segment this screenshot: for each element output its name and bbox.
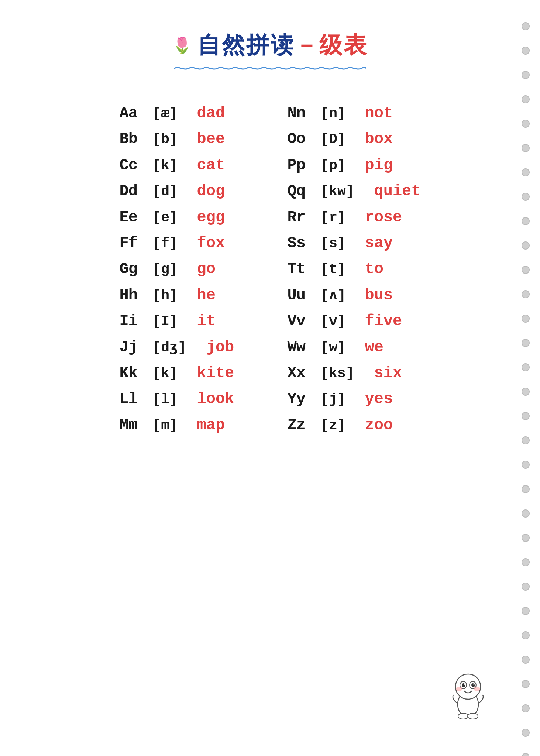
spiral-dot [522, 680, 530, 688]
spiral-dot [522, 71, 530, 79]
list-item: Zz [z] zoo [287, 412, 420, 438]
phonetic-ff: [f] [152, 235, 197, 252]
list-item: Jj [dʒ] job [119, 334, 250, 360]
spiral-dot [522, 47, 530, 55]
svg-point-9 [474, 687, 480, 691]
phonetic-oo: [D] [320, 131, 365, 148]
letter-ww: Ww [287, 338, 320, 357]
letter-tt: Tt [287, 260, 320, 278]
phonetic-jj: [dʒ] [152, 339, 206, 356]
letter-xx: Xx [287, 364, 320, 382]
phonetic-vv: [v] [320, 313, 365, 330]
letter-gg: Gg [119, 260, 152, 278]
letter-ff: Ff [119, 234, 152, 252]
phonetic-ll: [l] [152, 391, 197, 408]
list-item: Mm [m] map [119, 412, 250, 438]
phonetic-dd: [d] [152, 183, 197, 200]
spiral-dot [522, 168, 530, 176]
phonetic-nn: [n] [320, 105, 365, 122]
list-item: Vv [v] five [287, 308, 420, 334]
svg-point-11 [468, 713, 478, 719]
spiral-dot [522, 120, 530, 128]
letter-ss: Ss [287, 234, 320, 252]
letter-qq: Qq [287, 182, 320, 200]
list-item: Ff [f] fox [119, 230, 250, 256]
phonetic-pp: [p] [320, 157, 365, 174]
phonetic-mm: [m] [152, 417, 197, 434]
letter-nn: Nn [287, 104, 320, 123]
word-ii: it [197, 312, 241, 330]
word-nn: not [365, 104, 409, 123]
phonetic-rr: [r] [320, 209, 365, 226]
list-item: Xx [ks] six [287, 360, 420, 386]
word-yy: yes [365, 390, 409, 408]
phonetic-bb: [b] [152, 131, 197, 148]
spiral-dot [522, 315, 530, 323]
list-item: Ss [s] say [287, 230, 420, 256]
svg-point-7 [473, 683, 475, 685]
spiral-dot [522, 461, 530, 469]
list-item: Ii [I] it [119, 308, 250, 334]
right-column: Nn [n] not Oo [D] box Pp [p] pig Qq [kw]… [287, 100, 420, 438]
letter-ll: Ll [119, 390, 152, 408]
spiral-dot [522, 558, 530, 566]
letter-ee: Ee [119, 208, 152, 227]
spiral-dot [522, 412, 530, 420]
spiral-dot [522, 753, 530, 756]
list-item: Yy [j] yes [287, 386, 420, 412]
word-hh: he [197, 286, 241, 305]
list-item: Nn [n] not [287, 100, 420, 126]
phonetic-ww: [w] [320, 339, 365, 356]
letter-cc: Cc [119, 156, 152, 175]
list-item: Bb [b] bee [119, 126, 250, 152]
phonetic-zz: [z] [320, 417, 365, 434]
spiral-dot [522, 729, 530, 737]
spiral-dot [522, 95, 530, 103]
spiral-dot [522, 388, 530, 396]
mascot-svg [444, 660, 492, 719]
list-item: Pp [p] pig [287, 152, 420, 178]
phonetic-uu: [ʌ] [320, 287, 365, 304]
list-item: Ee [e] egg [119, 205, 250, 230]
spiral-dot [522, 509, 530, 518]
list-item: Tt [t] to [287, 256, 420, 282]
phonetic-tt: [t] [320, 261, 365, 278]
title-row: 🌷 自然拼读－级表 [172, 30, 368, 61]
phonetic-yy: [j] [320, 391, 365, 408]
spiral-dot [522, 193, 530, 201]
svg-point-4 [464, 683, 465, 685]
title-suffix: －级表 [295, 32, 368, 58]
list-item: Rr [r] rose [287, 205, 420, 230]
phonetic-kk: [k] [152, 365, 197, 382]
letter-ii: Ii [119, 312, 152, 330]
list-item: Oo [D] box [287, 126, 420, 152]
spiral-dot [522, 436, 530, 444]
word-ss: say [365, 234, 409, 252]
word-kk: kite [197, 364, 241, 382]
word-uu: bus [365, 286, 409, 305]
list-item: Uu [ʌ] bus [287, 282, 420, 308]
word-pp: pig [365, 156, 409, 175]
list-item: Cc [k] cat [119, 152, 250, 178]
letter-mm: Mm [119, 416, 152, 434]
letter-bb: Bb [119, 130, 152, 148]
svg-point-10 [458, 713, 468, 719]
word-qq: quiet [374, 182, 420, 200]
phonetic-ii: [I] [152, 313, 197, 330]
letter-rr: Rr [287, 208, 320, 227]
spiral-dot [522, 363, 530, 371]
list-item: Ll [l] look [119, 386, 250, 412]
letter-vv: Vv [287, 312, 320, 330]
word-vv: five [365, 312, 409, 330]
list-item: Aa [æ] dad [119, 100, 250, 126]
phonetic-qq: [kw] [320, 183, 374, 200]
word-ff: fox [197, 234, 241, 252]
phonetic-gg: [g] [152, 261, 197, 278]
word-ww: we [365, 338, 409, 357]
word-ll: look [197, 390, 241, 408]
spiral-dot [522, 290, 530, 298]
svg-point-1 [455, 674, 481, 699]
list-item: Qq [kw] quiet [287, 178, 420, 204]
left-column: Aa [æ] dad Bb [b] bee Cc [k] cat Dd [d] … [119, 100, 250, 438]
word-jj: job [206, 338, 250, 357]
